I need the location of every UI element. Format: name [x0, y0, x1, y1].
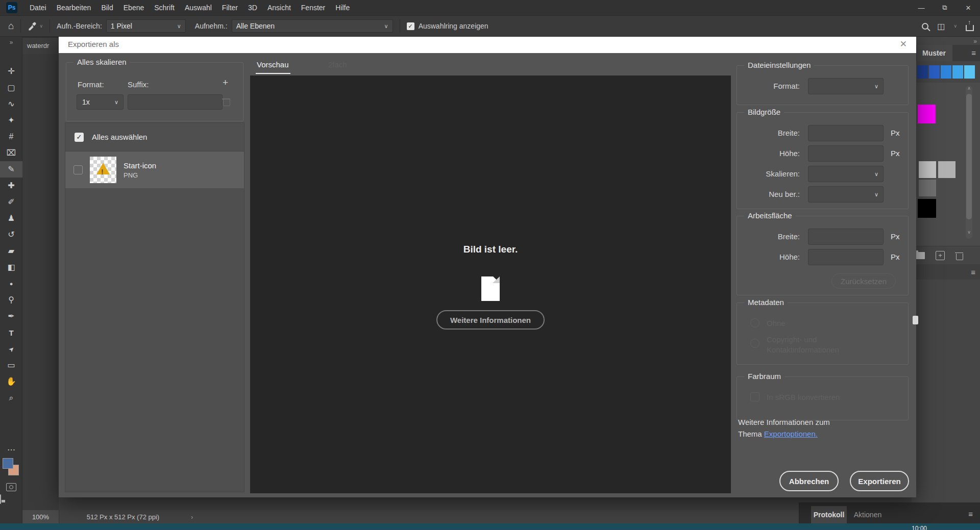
eraser-tool[interactable]: ▰ [0, 243, 22, 259]
home-icon[interactable]: ⌂ [8, 20, 14, 32]
height-input[interactable] [808, 145, 884, 162]
swatch-magenta[interactable] [918, 105, 936, 123]
cancel-button[interactable]: Abbrechen [779, 471, 839, 491]
toolbar-expand-icon[interactable]: » [0, 39, 22, 46]
gradient-swatch[interactable] [952, 65, 963, 79]
scale-select[interactable]: ∨ [808, 166, 884, 182]
select-all-checkbox[interactable]: ✓ [75, 133, 84, 142]
panel-menu-icon[interactable]: ≡ [971, 48, 976, 57]
history-brush-tool[interactable]: ↺ [0, 226, 22, 243]
tab-history[interactable]: Protokoll [811, 506, 847, 523]
minimize-icon[interactable]: — [910, 0, 933, 15]
search-icon[interactable] [922, 23, 928, 30]
format-select[interactable]: ∨ [808, 78, 884, 94]
chevron-right-icon[interactable]: › [191, 513, 193, 521]
swatch-black[interactable] [918, 199, 936, 218]
foreground-color-swatch[interactable] [3, 458, 13, 469]
color-swatches[interactable] [0, 456, 22, 479]
asset-row[interactable]: ! Start-icon PNG [65, 152, 244, 188]
clone-stamp-tool[interactable]: ♟ [0, 210, 22, 226]
blur-tool[interactable]: ● [0, 275, 22, 292]
pen-tool[interactable]: ✒ [0, 308, 22, 324]
gradient-swatch[interactable] [917, 65, 928, 79]
gradient-swatch[interactable] [964, 65, 975, 79]
tab-actions[interactable]: Aktionen [848, 506, 888, 523]
gradient-swatch[interactable] [929, 65, 940, 79]
window-controls: — ⧉ ✕ [910, 0, 980, 15]
width-input[interactable] [808, 125, 884, 141]
scroll-up-icon[interactable]: ∧ [966, 86, 972, 91]
rectangle-tool[interactable]: ▭ [0, 357, 22, 373]
eyedropper-preset[interactable]: ∨ [28, 21, 43, 31]
export-options-link[interactable]: Exportoptionen. [764, 430, 818, 438]
sample-layers-select[interactable]: Alle Ebenen ∨ [232, 19, 393, 33]
menu-item[interactable]: Filter [217, 0, 243, 15]
height-unit: Px [891, 149, 900, 158]
menu-item[interactable]: Ebene [118, 0, 149, 15]
swatch-mid-gray[interactable] [919, 180, 936, 196]
swatch-scrollbar[interactable] [966, 86, 972, 239]
dodge-tool[interactable]: ⚲ [0, 292, 22, 308]
path-selection-tool[interactable]: ➤ [0, 341, 22, 357]
suffix-input[interactable] [128, 94, 223, 110]
dialog-close-icon[interactable]: ✕ [900, 39, 907, 49]
gradient-swatch[interactable] [941, 65, 951, 79]
menu-item[interactable]: Datei [24, 0, 52, 15]
menu-item[interactable]: Fenster [296, 0, 330, 15]
type-tool[interactable]: T [0, 324, 22, 341]
share-icon[interactable] [966, 25, 974, 31]
close-icon[interactable]: ✕ [957, 0, 980, 15]
brush-tool[interactable]: ✐ [0, 194, 22, 210]
restore-icon[interactable]: ⧉ [933, 0, 957, 15]
panel-menu-icon[interactable]: ≡ [971, 268, 975, 276]
new-swatch-icon[interactable]: + [936, 251, 945, 260]
menu-item[interactable]: Auswahl [180, 0, 217, 15]
menu-item[interactable]: Bild [96, 0, 118, 15]
swatch-light-gray[interactable] [919, 161, 936, 178]
swatch-gray[interactable] [938, 161, 955, 178]
menu-item[interactable]: Schrift [149, 0, 180, 15]
tab-patterns[interactable]: Muster [917, 45, 952, 61]
move-tool[interactable]: ✛ [0, 63, 22, 80]
menu-item[interactable]: Ansicht [262, 0, 296, 15]
delete-swatch-icon[interactable] [955, 251, 963, 260]
show-ring-checkbox[interactable]: ✓ [407, 22, 414, 30]
add-scale-icon[interactable]: + [223, 77, 228, 88]
object-selection-tool[interactable]: ✦ [0, 112, 22, 129]
scale-label: Skalieren: [766, 169, 800, 178]
workspace-icon[interactable]: ◫ [937, 21, 945, 31]
canvas-width-input[interactable] [808, 229, 884, 245]
menu-item[interactable]: 3D [243, 0, 262, 15]
zoom-level[interactable]: 100% [22, 510, 59, 523]
gradient-tool[interactable]: ◧ [0, 259, 22, 275]
quick-mask-icon[interactable] [0, 483, 22, 491]
edit-toolbar-icon[interactable]: ⋯ [0, 443, 22, 456]
screen-mode-icon[interactable] [0, 495, 22, 504]
chevron-down-icon[interactable]: ∨ [953, 23, 957, 29]
zoom-tool[interactable]: ⌕ [0, 390, 22, 406]
export-button[interactable]: Exportieren [850, 471, 909, 491]
canvas-size-group: Arbeitsfläche Breite: Px Höhe: Px Zurück… [737, 216, 909, 295]
asset-checkbox[interactable] [74, 165, 83, 174]
hand-tool[interactable]: ✋ [0, 373, 22, 390]
healing-brush-tool[interactable]: ✚ [0, 178, 22, 194]
empty-state-title: Bild ist leer. [250, 244, 731, 255]
eyedropper-tool[interactable]: ✎ [0, 161, 22, 178]
panel-menu-icon[interactable]: ≡ [968, 510, 973, 518]
marquee-tool[interactable]: ▢ [0, 80, 22, 96]
document-tab[interactable]: waterdr [22, 38, 59, 54]
tab-preview[interactable]: Vorschau [257, 60, 289, 69]
menu-item[interactable]: Hilfe [330, 0, 355, 15]
sample-size-select[interactable]: 1 Pixel ∨ [106, 19, 186, 33]
canvas-height-input[interactable] [808, 249, 884, 265]
menu-item[interactable]: Bearbeiten [52, 0, 96, 15]
select-all-row[interactable]: ✓ Alles auswählen [65, 123, 244, 152]
scroll-down-icon[interactable]: ∨ [966, 230, 972, 235]
lasso-tool[interactable]: ∿ [0, 96, 22, 112]
frame-tool[interactable]: ⌧ [0, 145, 22, 161]
crop-tool[interactable]: # [0, 129, 22, 145]
resample-select[interactable]: ∨ [808, 186, 884, 203]
dock-expand-icon[interactable]: » [973, 38, 977, 45]
more-info-button[interactable]: Weitere Informationen [436, 310, 545, 330]
scale-select[interactable]: 1x ∨ [77, 94, 124, 110]
